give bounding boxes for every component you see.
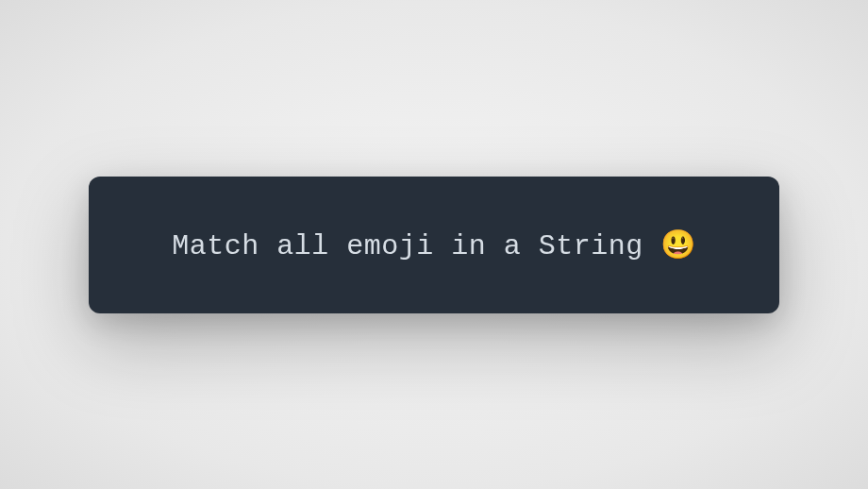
- card-text: Match all emoji in a String 😃: [172, 228, 696, 262]
- code-card: Match all emoji in a String 😃: [89, 177, 779, 313]
